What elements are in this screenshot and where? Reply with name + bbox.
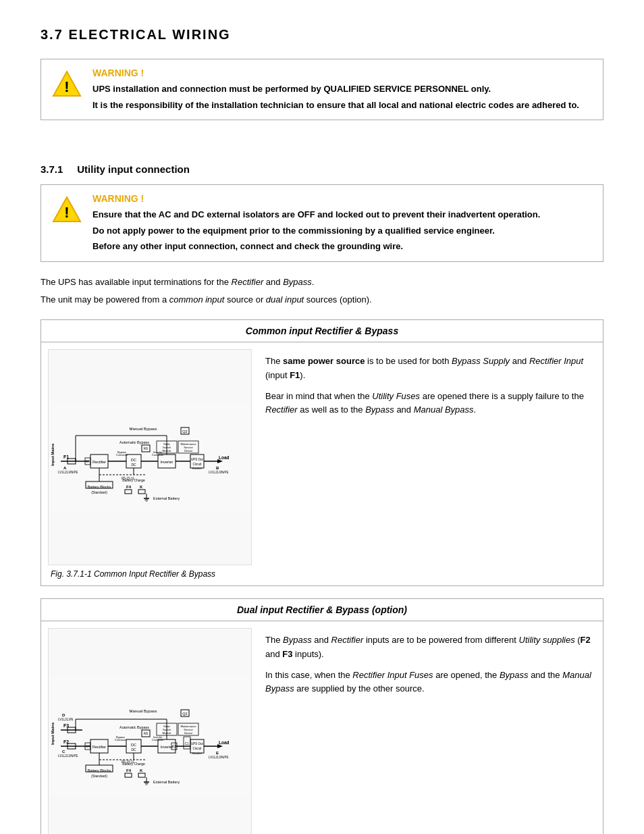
diagram-caption-1: Fig. 3.7.1-1 Common Input Rectifier & By… <box>48 569 215 579</box>
diagram-box-1: Common input Rectifier & Bypass Input Ma… <box>41 319 603 586</box>
svg-text:DC: DC <box>131 748 136 752</box>
svg-text:F4: F4 <box>126 485 132 489</box>
svg-text:Contactor: Contactor <box>152 453 164 457</box>
svg-text:A: A <box>63 466 67 470</box>
section-number: 3.7 <box>41 27 63 42</box>
svg-text:Rectifier: Rectifier <box>92 745 106 749</box>
diagram-left-1: Input Mains F1 Rectifier <box>48 349 252 579</box>
svg-text:LV1L2L3/N/PE: LV1L2L3/N/PE <box>58 471 78 474</box>
svg-text:K4: K4 <box>86 460 90 463</box>
svg-text:Breaker: Breaker <box>192 752 203 755</box>
warning-text-2: Ensure that the AC and DC external isola… <box>92 208 592 253</box>
svg-text:K6: K6 <box>144 446 148 450</box>
diagram-content-1: Input Mains F1 Rectifier <box>41 342 603 585</box>
svg-text:Module: Module <box>162 449 171 452</box>
svg-text:Contactor: Contactor <box>115 738 127 741</box>
svg-text:Contactor: Contactor <box>116 453 128 457</box>
svg-text:Automatic Bypass: Automatic Bypass <box>119 440 149 444</box>
warning-icon-2: ! <box>52 194 82 224</box>
svg-text:Breaker: Breaker <box>192 467 203 470</box>
warning-title-1: WARNING ! <box>92 68 592 78</box>
body-text-2: The unit may be powered from a common in… <box>41 293 603 307</box>
warning-text-1: UPS installation and connection must be … <box>92 82 592 111</box>
svg-text:Device: Device <box>184 731 193 735</box>
svg-text:LV1L2L3/N: LV1L2L3/N <box>58 718 73 721</box>
svg-text:Input Mains: Input Mains <box>51 443 55 466</box>
svg-text:External Battery: External Battery <box>153 780 180 784</box>
svg-text:(Standard): (Standard) <box>91 490 107 494</box>
svg-text:Module: Module <box>162 731 171 735</box>
svg-text:PS-15-11: PS-15-11 <box>122 760 135 764</box>
svg-text:LV1L2L3/N/PE: LV1L2L3/N/PE <box>58 754 78 758</box>
body-text-1: The UPS has available input terminations… <box>41 276 603 290</box>
subsection-title: 3.7.1 Utility input connection <box>41 163 603 175</box>
svg-text:!: ! <box>64 204 69 221</box>
svg-text:Automatic Bypass: Automatic Bypass <box>119 725 149 729</box>
subsection-number: 3.7.1 <box>41 163 63 175</box>
warning-box-2: ! WARNING ! Ensure that the AC and DC ex… <box>41 184 603 262</box>
svg-text:(Standard): (Standard) <box>91 774 107 778</box>
warning-icon-1: ! <box>52 69 82 99</box>
svg-text:Rectifier: Rectifier <box>92 460 106 464</box>
svg-text:PS-15-11: PS-15-11 <box>122 477 135 480</box>
svg-text:UPS Out: UPS Out <box>191 458 204 461</box>
svg-text:!: ! <box>64 78 69 95</box>
svg-text:Load: Load <box>219 740 230 745</box>
svg-text:K4: K4 <box>86 745 90 748</box>
svg-text:LV1L2L3/N/PE: LV1L2L3/N/PE <box>209 756 228 759</box>
svg-text:DC: DC <box>131 743 136 747</box>
diagram-text-1: The same power source is to be used for … <box>263 349 596 429</box>
section-title: 3.7 ELECTRICAL WIRING <box>41 27 603 43</box>
svg-text:Manual Bypass: Manual Bypass <box>129 709 157 713</box>
svg-text:K: K <box>140 768 143 773</box>
svg-text:UPS Out: UPS Out <box>191 742 204 746</box>
svg-text:K: K <box>140 485 143 489</box>
warning-box-1: ! WARNING ! UPS installation and connect… <box>41 59 603 120</box>
svg-text:D: D <box>62 713 65 717</box>
warning-content-2: WARNING ! Ensure that the AC and DC exte… <box>92 193 592 253</box>
svg-text:Manual Bypass: Manual Bypass <box>129 427 157 431</box>
svg-text:C1: C1 <box>185 742 189 746</box>
svg-text:Load: Load <box>219 455 230 460</box>
svg-text:DC: DC <box>131 458 136 462</box>
diagram-image-1: Input Mains F1 Rectifier <box>48 349 252 565</box>
subsection-heading: Utility input connection <box>77 163 190 175</box>
diagram-box-2: Dual input Rectifier & Bypass (option) I… <box>41 598 603 834</box>
diagram-header-2: Dual input Rectifier & Bypass (option) <box>41 599 603 621</box>
diagram-text-2: The Bypass and Rectifier inputs are to b… <box>263 628 596 708</box>
svg-text:External Battery: External Battery <box>153 496 180 500</box>
svg-text:LV1L2L3/N/PE: LV1L2L3/N/PE <box>209 471 228 474</box>
svg-text:Inverter: Inverter <box>161 460 173 464</box>
svg-text:Q2: Q2 <box>182 429 187 434</box>
section-heading: ELECTRICAL WIRING <box>68 27 230 42</box>
diagram-content-2: Input Mains D LV1L2L3/N F3 F2 <box>41 621 603 834</box>
svg-text:Circuit: Circuit <box>193 747 203 750</box>
warning-content-1: WARNING ! UPS installation and connectio… <box>92 68 592 111</box>
svg-text:Circuit: Circuit <box>193 463 203 466</box>
svg-text:C: C <box>62 750 65 754</box>
diagram-left-2: Input Mains D LV1L2L3/N F3 F2 <box>48 628 252 834</box>
svg-text:B: B <box>216 466 219 470</box>
diagram-header-1: Common input Rectifier & Bypass <box>41 320 603 342</box>
svg-text:Contactor: Contactor <box>152 738 164 741</box>
svg-text:Input Mains: Input Mains <box>51 722 55 745</box>
diagram-image-2: Input Mains D LV1L2L3/N F3 F2 <box>48 628 252 834</box>
svg-text:K6: K6 <box>144 731 148 735</box>
warning-title-2: WARNING ! <box>92 193 592 204</box>
svg-text:Q2: Q2 <box>182 712 187 716</box>
svg-text:Device: Device <box>184 449 193 452</box>
svg-text:E: E <box>216 751 219 755</box>
svg-text:DC: DC <box>131 463 136 467</box>
svg-text:F4: F4 <box>126 768 132 773</box>
svg-text:K2: K2 <box>172 745 176 748</box>
